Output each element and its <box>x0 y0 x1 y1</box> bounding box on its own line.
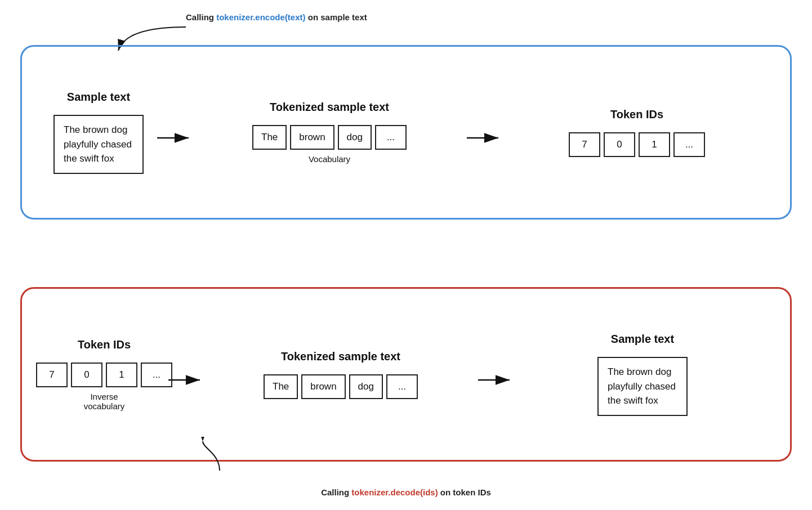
encode-vocab-label: Vocabulary <box>309 154 350 164</box>
token-ellipsis: ... <box>375 125 407 150</box>
decode-id-1: 1 <box>106 363 137 387</box>
decode-token-the: The <box>264 374 298 399</box>
decode-token-brown: brown <box>301 374 345 399</box>
encode-ids-section: Token IDs 7 0 1 ... <box>504 108 770 157</box>
decode-arrow1 <box>166 372 206 388</box>
token-dog: dog <box>338 125 372 150</box>
decode-tokenized-heading: Tokenized sample text <box>281 350 400 363</box>
encode-ids-heading: Token IDs <box>610 108 663 121</box>
top-annotation: Calling tokenizer.encode(text) on sample… <box>186 12 367 22</box>
bottom-annotation-text: Calling tokenizer.decode(ids) on token I… <box>321 487 491 497</box>
encode-tokenized-section: Tokenized sample text The brown dog ... … <box>194 101 465 164</box>
decode-sample-textbox: The brown dog playfully chased the swift… <box>597 357 688 416</box>
decode-sample-section: Sample text The brown dog playfully chas… <box>515 333 770 416</box>
decode-arrow2 <box>476 372 515 388</box>
decode-tokenized-section: Tokenized sample text The brown dog ... <box>206 350 476 399</box>
decode-id-7: 7 <box>36 363 68 387</box>
decode-id-0: 0 <box>71 363 102 387</box>
bottom-arrow-svg <box>186 437 298 476</box>
encode-sample-section: Sample text The brown dog playfully chas… <box>42 91 155 174</box>
main-container: Calling tokenizer.encode(text) on sample… <box>0 0 812 510</box>
decode-ids-heading: Token IDs <box>78 338 131 351</box>
encode-token-boxes: The brown dog ... <box>252 125 407 150</box>
top-annotation-text: Calling tokenizer.encode(text) on sample… <box>186 12 367 22</box>
encode-arrow2 <box>465 129 504 146</box>
id-7: 7 <box>569 132 600 157</box>
encode-arrow1 <box>155 129 194 146</box>
id-ellipsis: ... <box>673 132 705 157</box>
decode-vocab-label: Inverse vocabulary <box>84 392 125 411</box>
token-brown: brown <box>290 125 334 150</box>
encode-panel: Sample text The brown dog playfully chas… <box>20 45 792 220</box>
id-0: 0 <box>604 132 635 157</box>
encode-id-boxes: 7 0 1 ... <box>569 132 705 157</box>
bottom-annotation: Calling tokenizer.decode(ids) on token I… <box>321 487 491 498</box>
decode-ids-section: Token IDs 7 0 1 ... Inverse vocabulary <box>42 338 166 411</box>
decode-panel: Token IDs 7 0 1 ... Inverse vocabulary <box>20 287 792 462</box>
encode-sample-heading: Sample text <box>67 91 130 104</box>
token-the: The <box>252 125 287 150</box>
decode-token-boxes: The brown dog ... <box>264 374 418 399</box>
decode-sample-heading: Sample text <box>611 333 674 346</box>
encode-tokenized-heading: Tokenized sample text <box>270 101 389 114</box>
decode-token-ellipsis: ... <box>386 374 418 399</box>
encode-sample-textbox: The brown dog playfully chased the swift… <box>53 115 144 174</box>
id-1: 1 <box>639 132 670 157</box>
decode-token-dog: dog <box>349 374 383 399</box>
decode-id-boxes: 7 0 1 ... <box>36 363 172 387</box>
